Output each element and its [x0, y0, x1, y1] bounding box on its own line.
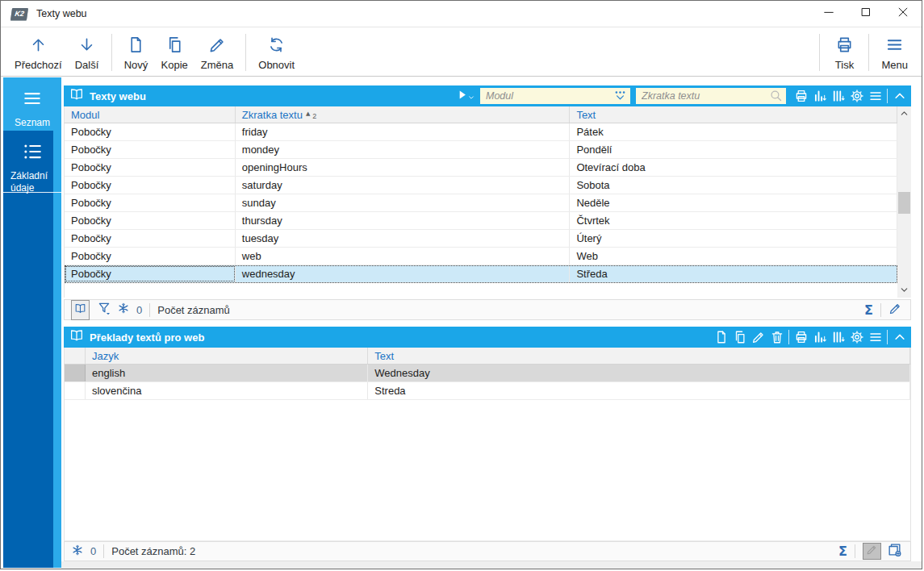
cell[interactable] [65, 382, 86, 399]
table-row[interactable]: PobočkywednesdayStředa [65, 265, 897, 283]
gear-button[interactable] [847, 86, 866, 106]
table-row[interactable]: PobočkyfridayPátek [65, 123, 897, 141]
table-row[interactable]: slovenčinaStreda [65, 382, 910, 400]
preview-toggle-button[interactable] [71, 300, 90, 320]
sum-button[interactable]: Σ [864, 302, 873, 318]
cell[interactable]: Pondělí [570, 141, 897, 158]
column-header-text[interactable]: Text [368, 348, 910, 364]
edit-button[interactable] [888, 302, 902, 319]
menu-button[interactable] [866, 86, 884, 106]
cell[interactable]: Pobočky [65, 230, 236, 247]
column-header-modul[interactable]: Modul [65, 106, 236, 123]
flake-button[interactable] [117, 302, 130, 318]
gear-button[interactable] [847, 327, 866, 347]
pencil-button[interactable] [749, 327, 767, 347]
cell[interactable]: Pátek [570, 123, 897, 140]
cell[interactable]: openingHours [236, 159, 571, 176]
columns-button[interactable] [829, 327, 847, 347]
cell[interactable]: web [236, 248, 571, 265]
copy-button[interactable] [730, 327, 749, 347]
column-header-marker[interactable] [65, 348, 86, 364]
column-header-zkratka-textu[interactable]: Zkratka textu▲2 [236, 106, 571, 123]
header-separator [887, 330, 888, 344]
next-button-label: Další [75, 59, 99, 71]
sum-button[interactable]: Σ [838, 544, 847, 559]
window-footer-strip [61, 561, 922, 569]
filter-button[interactable] [97, 301, 111, 319]
menu-button[interactable] [866, 327, 884, 347]
content: Texty webu ModulZkratka textu▲2Text Pobo… [64, 77, 911, 569]
table-row[interactable]: PobočkymondeyPondělí [65, 141, 897, 159]
cell[interactable]: mondey [236, 141, 571, 158]
cell[interactable]: Otevírací doba [570, 159, 897, 176]
flake-button[interactable] [71, 544, 84, 560]
scroll-up-button[interactable] [897, 107, 911, 120]
copy-button[interactable]: Kopie [155, 31, 194, 74]
scrollbar-thumb[interactable] [898, 192, 910, 214]
close-button[interactable] [884, 1, 922, 27]
cell[interactable] [65, 365, 86, 381]
cell[interactable]: thursday [236, 212, 571, 229]
show-form-button[interactable] [887, 542, 902, 561]
table-row[interactable]: PobočkysundayNeděle [65, 194, 897, 212]
new-doc-button[interactable] [712, 327, 730, 347]
cell[interactable]: Sobota [570, 177, 897, 194]
cell[interactable]: Úterý [570, 230, 897, 247]
table-row[interactable]: PobočkysaturdaySobota [65, 177, 897, 194]
cell[interactable]: friday [236, 123, 571, 140]
cell[interactable]: Pobočky [65, 141, 236, 158]
chart-button[interactable] [810, 86, 829, 106]
change-button[interactable]: Změna [194, 31, 240, 74]
table-row[interactable]: PobočkythursdayČtvrtek [65, 212, 897, 230]
table-row[interactable]: PobočkytuesdayÚterý [65, 230, 897, 248]
cell[interactable]: tuesday [236, 230, 571, 247]
chevron-up-button[interactable] [890, 86, 909, 106]
maximize-button[interactable] [847, 1, 884, 27]
print-button[interactable]: Tisk [826, 31, 863, 74]
cell[interactable]: Wednesday [368, 365, 910, 381]
columns-button[interactable] [829, 86, 847, 106]
table-row[interactable]: PobočkywebWeb [65, 248, 897, 265]
column-header-text[interactable]: Text [570, 106, 897, 123]
expand-filter-button[interactable] [456, 89, 475, 104]
toolbar-left-group: PředchozíDalšíNovýKopieZměnaObnovit [8, 28, 301, 76]
previous-button[interactable]: Předchozí [8, 31, 69, 74]
next-button[interactable]: Další [69, 31, 106, 74]
minimize-button[interactable] [810, 1, 847, 27]
chart-button[interactable] [810, 327, 829, 347]
zkratka-filter-input[interactable] [636, 88, 786, 104]
sidebar-item-zakladni-udaje[interactable]: Základní údaje [3, 131, 61, 193]
cell[interactable]: wednesday [236, 265, 571, 282]
sidebar-item-seznam[interactable]: Seznam [3, 77, 61, 131]
trash-button[interactable] [767, 327, 786, 347]
cell[interactable]: Pobočky [65, 248, 236, 265]
menu-button[interactable]: Menu [875, 31, 914, 74]
cell[interactable]: Neděle [570, 194, 897, 211]
chevron-up-button[interactable] [890, 327, 909, 347]
table-row[interactable]: PobočkyopeningHoursOtevírací doba [65, 159, 897, 177]
cell[interactable]: slovenčina [86, 382, 368, 399]
column-header-jazyk[interactable]: Jazyk [86, 348, 368, 364]
new-button[interactable]: Nový [118, 31, 155, 74]
printer-button[interactable] [792, 86, 810, 106]
cell[interactable]: Pobočky [65, 265, 236, 282]
dots-chevron-icon[interactable] [613, 89, 627, 106]
cell[interactable]: Pobočky [65, 177, 236, 194]
cell[interactable]: sunday [236, 194, 571, 211]
printer-button[interactable] [792, 327, 810, 347]
cell[interactable]: Středa [570, 265, 897, 282]
cell[interactable]: saturday [236, 177, 571, 194]
cell[interactable]: Pobočky [65, 212, 236, 229]
scroll-down-button[interactable] [897, 284, 911, 297]
cell[interactable]: Streda [368, 382, 910, 399]
cell[interactable]: Web [570, 248, 897, 265]
cell[interactable]: Pobočky [65, 159, 236, 176]
table1-scrollbar[interactable] [897, 106, 911, 298]
cell[interactable]: Pobočky [65, 123, 236, 140]
cell[interactable]: english [86, 365, 368, 381]
refresh-button[interactable]: Obnovit [252, 31, 301, 74]
table-row[interactable]: englishWednesday [65, 365, 910, 382]
cell[interactable]: Pobočky [65, 194, 236, 211]
modul-filter-input[interactable] [480, 88, 630, 104]
cell[interactable]: Čtvrtek [570, 212, 897, 229]
